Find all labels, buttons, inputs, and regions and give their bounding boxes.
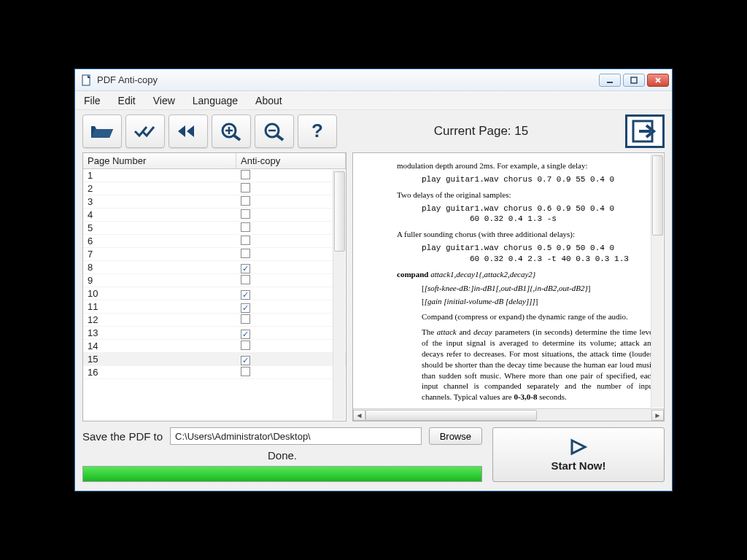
zoom-in-button[interactable] xyxy=(212,114,251,148)
table-row[interactable]: 3 xyxy=(83,195,346,209)
anti-copy-checkbox[interactable] xyxy=(241,367,250,376)
anti-copy-checkbox[interactable]: ✓ xyxy=(241,303,250,313)
menu-edit[interactable]: Edit xyxy=(115,93,139,108)
anti-copy-checkbox[interactable]: ✓ xyxy=(241,356,250,365)
page-number-cell: 11 xyxy=(83,301,236,312)
folder-open-icon xyxy=(89,121,115,141)
export-button[interactable] xyxy=(625,114,665,148)
menu-about[interactable]: About xyxy=(252,93,285,108)
anti-copy-checkbox[interactable] xyxy=(241,314,250,324)
menu-language[interactable]: Language xyxy=(190,93,241,108)
svg-line-4 xyxy=(234,136,240,140)
zoom-out-button[interactable] xyxy=(255,114,294,148)
list-vscrollbar[interactable] xyxy=(333,170,345,420)
question-icon: ? xyxy=(304,121,330,141)
open-button[interactable] xyxy=(82,114,122,148)
preview-content[interactable]: modulation depth around 2ms. For example… xyxy=(353,153,664,408)
table-row[interactable]: 8✓ xyxy=(83,261,346,274)
list-header: Page Number Anti-copy xyxy=(83,153,346,169)
anti-copy-checkbox[interactable] xyxy=(241,341,250,350)
anti-copy-cell xyxy=(236,196,346,208)
table-row[interactable]: 15✓ xyxy=(83,353,346,366)
anti-copy-cell xyxy=(236,183,346,195)
current-page-label: Current Page: 15 xyxy=(337,124,625,139)
anti-copy-checkbox[interactable] xyxy=(241,236,250,245)
status-label: Done. xyxy=(82,449,482,462)
anti-copy-checkbox[interactable]: ✓ xyxy=(241,290,250,300)
anti-copy-checkbox[interactable] xyxy=(241,209,250,219)
anti-copy-cell: ✓ xyxy=(236,262,346,273)
menubar: File Edit View Language About xyxy=(75,91,672,110)
browse-button[interactable]: Browse xyxy=(429,427,482,445)
table-row[interactable]: 2 xyxy=(83,182,346,195)
anti-copy-cell xyxy=(236,367,346,378)
col-anti-copy[interactable]: Anti-copy xyxy=(236,153,346,168)
anti-copy-checkbox[interactable] xyxy=(241,249,250,258)
col-page-number[interactable]: Page Number xyxy=(83,153,236,168)
anti-copy-cell xyxy=(236,249,346,260)
anti-copy-checkbox[interactable] xyxy=(241,196,250,206)
anti-copy-cell xyxy=(236,209,346,221)
titlebar: PDF Anti-copy xyxy=(75,69,672,91)
table-row[interactable]: 9 xyxy=(83,274,346,287)
anti-copy-cell xyxy=(236,236,346,247)
anti-copy-cell xyxy=(236,170,346,182)
start-now-button[interactable]: Start Now! xyxy=(492,427,665,482)
page-number-cell: 4 xyxy=(83,209,236,220)
svg-text:?: ? xyxy=(311,121,323,141)
preview-hscrollbar[interactable]: ◄► xyxy=(353,408,664,421)
bottom-area: Save the PDF to Browse Done. Start Now! xyxy=(75,421,672,491)
select-all-button[interactable] xyxy=(125,114,165,148)
app-icon xyxy=(81,74,93,86)
window-title: PDF Anti-copy xyxy=(97,74,599,85)
table-row[interactable]: 1 xyxy=(83,169,346,182)
page-number-cell: 9 xyxy=(83,275,236,286)
table-row[interactable]: 6 xyxy=(83,235,346,248)
page-list-panel: Page Number Anti-copy 12345678✓910✓11✓12… xyxy=(82,152,347,421)
close-button[interactable] xyxy=(647,74,669,87)
menu-view[interactable]: View xyxy=(150,93,178,108)
svg-rect-1 xyxy=(607,82,613,83)
svg-rect-2 xyxy=(631,77,637,83)
page-number-cell: 1 xyxy=(83,170,236,181)
svg-line-8 xyxy=(277,136,283,140)
undo-button[interactable] xyxy=(169,114,208,148)
table-row[interactable]: 10✓ xyxy=(83,287,346,300)
anti-copy-cell xyxy=(236,314,346,326)
list-body[interactable]: 12345678✓910✓11✓1213✓1415✓16 xyxy=(83,169,346,421)
page-number-cell: 3 xyxy=(83,196,236,207)
preview-vscrollbar[interactable] xyxy=(651,154,663,408)
table-row[interactable]: 12 xyxy=(83,314,346,327)
anti-copy-checkbox[interactable]: ✓ xyxy=(241,330,250,339)
anti-copy-checkbox[interactable] xyxy=(241,222,250,232)
table-row[interactable]: 11✓ xyxy=(83,300,346,314)
anti-copy-cell xyxy=(236,222,346,234)
double-check-icon xyxy=(132,121,158,141)
save-path-input[interactable] xyxy=(170,427,422,445)
anti-copy-checkbox[interactable] xyxy=(241,183,250,192)
table-row[interactable]: 4 xyxy=(83,209,346,222)
anti-copy-cell: ✓ xyxy=(236,354,346,365)
main-panels: Page Number Anti-copy 12345678✓910✓11✓12… xyxy=(75,152,672,421)
anti-copy-checkbox[interactable] xyxy=(241,170,250,179)
table-row[interactable]: 13✓ xyxy=(83,327,346,340)
table-row[interactable]: 5 xyxy=(83,222,346,235)
menu-file[interactable]: File xyxy=(81,93,104,108)
maximize-button[interactable] xyxy=(623,74,645,87)
help-button[interactable]: ? xyxy=(298,114,337,148)
app-window: PDF Anti-copy File Edit View Language Ab… xyxy=(74,69,673,491)
minimize-button[interactable] xyxy=(599,74,621,87)
progress-bar xyxy=(82,466,482,482)
toolbar: ? Current Page: 15 xyxy=(75,110,672,152)
page-number-cell: 16 xyxy=(83,367,236,378)
page-number-cell: 6 xyxy=(83,236,236,246)
page-number-cell: 5 xyxy=(83,222,236,233)
page-number-cell: 14 xyxy=(83,341,236,351)
anti-copy-cell xyxy=(236,275,346,287)
table-row[interactable]: 7 xyxy=(83,248,346,261)
table-row[interactable]: 14 xyxy=(83,340,346,353)
anti-copy-checkbox[interactable]: ✓ xyxy=(241,264,250,273)
page-number-cell: 8 xyxy=(83,262,236,273)
table-row[interactable]: 16 xyxy=(83,366,346,379)
anti-copy-checkbox[interactable] xyxy=(241,275,250,284)
